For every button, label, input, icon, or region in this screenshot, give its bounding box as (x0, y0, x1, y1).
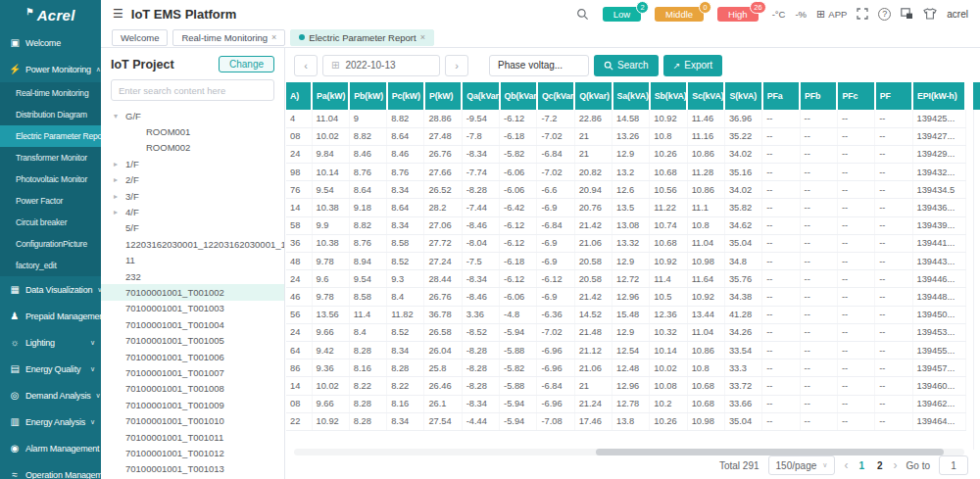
sidebar-item-real-time-monitoring[interactable]: Real-time Monitoring (0, 82, 101, 104)
table-cell: -7.02 (537, 323, 574, 341)
tree-node-4-f[interactable]: ▸4/F (101, 204, 284, 219)
column-header-sb-kva: Sb(kVA) (650, 82, 687, 110)
next-page-button[interactable]: › (894, 458, 898, 472)
tree-node-70100001001-t001002[interactable]: 70100001001_T001002 (101, 284, 284, 300)
menu-toggle-icon[interactable]: ☰ (113, 7, 123, 21)
table-cell: 14.52 (574, 306, 612, 323)
table-cell: 36.78 (424, 306, 462, 323)
page-size-select[interactable]: 150/page ∨ (768, 455, 836, 475)
sidebar-item-lighting[interactable]: ☼Lighting∨ (0, 329, 101, 356)
sidebar-item-power-monitoring[interactable]: ⚡Power Monitoring∧ (0, 56, 101, 82)
sidebar-item-distribution-diagram[interactable]: Distribution Diagram (0, 104, 101, 125)
sidebar-item-electric-parameter-report[interactable]: Electric Parameter Report (0, 125, 101, 147)
table-cell: 11.04 (687, 234, 724, 252)
tab-real-time-monitoring[interactable]: Real-time Monitoring× (172, 29, 285, 46)
tree-node-11[interactable]: 11 (101, 253, 284, 268)
prev-page-button[interactable]: ‹ (844, 458, 848, 472)
tree-node-70100001001-t001008[interactable]: 70100001001_T001008 (101, 381, 284, 397)
badge-label: High (728, 9, 748, 20)
tree-node-70100001001-t001006[interactable]: 70100001001_T001006 (101, 349, 284, 364)
sidebar-item-energy-quality[interactable]: ▤Energy Quality∨ (0, 356, 101, 382)
table-cell: 8.52 (387, 323, 424, 341)
tree-node-70100001001-t001011[interactable]: 70100001001_T001011 (101, 429, 284, 445)
sidebar-item-configurationpicture[interactable]: ConfigurationPicture (0, 233, 101, 255)
sidebar-item-alarm-management[interactable]: ◉Alarm Management∨ (0, 435, 101, 461)
sidebar-item-energy-analysis[interactable]: ▥Energy Analysis∨ (0, 408, 101, 435)
acrel-logo[interactable]: ⚑ Acrel (0, 0, 101, 29)
tree-node-1-f[interactable]: ▸1/F (101, 156, 284, 171)
tree-node-70100001001-t001010[interactable]: 70100001001_T001010 (101, 412, 284, 428)
tab-close-icon[interactable]: × (271, 32, 276, 42)
table-cell: -- (800, 377, 837, 395)
sidebar-item-data-visualization[interactable]: ▦Data Visualization∨ (0, 276, 101, 303)
tree-node-232[interactable]: 232 (101, 268, 284, 284)
table-cell: 139427... (912, 127, 965, 145)
search-button[interactable]: Search (594, 55, 659, 76)
tree-node-70100001001-t001007[interactable]: 70100001001_T001007 (101, 364, 284, 380)
tree-node-3-f[interactable]: ▸3/F (101, 188, 284, 204)
tab-close-icon[interactable]: × (420, 32, 425, 42)
project-tree: ▾G/FROOM001ROOM002▸1/F▸2/F▸3/F▸4/F5/F122… (101, 108, 284, 477)
app-button[interactable]: ⊞ APP (816, 8, 847, 21)
tree-node-70100001001-t001009[interactable]: 70100001001_T001009 (101, 397, 284, 412)
tree-node-70100001001-t001012[interactable]: 70100001001_T001012 (101, 445, 284, 460)
change-project-button[interactable]: Change (219, 56, 274, 72)
tree-node-12203162030001-12203162030001-1[interactable]: 12203162030001_12203162030001_1 (101, 236, 284, 252)
table-cell: 8.82 (349, 127, 386, 145)
column-header-pa-kw: Pa(kW) (312, 82, 349, 110)
sidebar-item-prepaid-management[interactable]: ♟Prepaid Management∨ (0, 303, 101, 329)
goto-page-input[interactable] (939, 455, 968, 475)
help-icon[interactable]: ? (878, 8, 891, 21)
table-cell: 21.06 (574, 359, 612, 377)
tree-node-room001[interactable]: ROOM001 (101, 123, 284, 139)
tree-node-g-f[interactable]: ▾G/F (101, 108, 284, 123)
table-cell: 9.3 (387, 270, 424, 288)
alarm-badge-high[interactable]: High26 (717, 7, 759, 22)
sidebar-item-transformer-monitor[interactable]: Transformer Monitor (0, 147, 101, 168)
username[interactable]: acrel (947, 9, 968, 20)
tree-node-2-f[interactable]: ▸2/F (101, 172, 284, 188)
sidebar-item-welcome[interactable]: ▣Welcome (0, 29, 101, 56)
table-cell: 10.68 (687, 395, 724, 412)
sidebar-item-factory-edit[interactable]: factory_edit (0, 255, 101, 276)
theme-shirt-icon[interactable] (923, 8, 937, 20)
search-icon[interactable] (576, 8, 589, 21)
table-cell: -- (800, 234, 837, 252)
table-cell: 27.66 (424, 164, 462, 181)
sidebar-item-photovoltaic-monitor[interactable]: Photovoltaic Monitor (0, 168, 101, 190)
caret-right-icon: ▸ (114, 208, 122, 216)
tree-node-70100001001-t001013[interactable]: 70100001001_T001013 (101, 461, 284, 477)
date-picker[interactable]: ⊞ 2022-10-13 (322, 55, 440, 76)
table-cell: -- (762, 377, 800, 395)
sidebar-item-operation-management[interactable]: ≈Operation Management (0, 461, 101, 479)
sidebar-item-power-factor[interactable]: Power Factor (0, 190, 101, 212)
tree-node-room002[interactable]: ROOM002 (101, 140, 284, 156)
tree-node-70100001001-t001004[interactable]: 70100001001_T001004 (101, 316, 284, 332)
prev-date-button[interactable]: ‹ (294, 55, 318, 76)
table-cell: -- (762, 216, 800, 234)
page-button-1[interactable]: 1 (857, 460, 866, 471)
alarm-badge-middle[interactable]: Middle0 (655, 7, 704, 22)
export-button[interactable]: ↗ Export (663, 55, 722, 76)
fullscreen-icon[interactable] (857, 8, 868, 20)
tab-electric-parameter-report[interactable]: Electric Parameter Report× (290, 29, 434, 46)
sidebar-item-demand-analysis[interactable]: ◎Demand Analysis∨ (0, 382, 101, 408)
sidebar-item-circuit-breaker[interactable]: Circuit breaker (0, 212, 101, 233)
table-cell: 10.14 (312, 164, 349, 181)
tree-node-label: 5/F (125, 222, 139, 233)
tree-node-70100001001-t001005[interactable]: 70100001001_T001005 (101, 332, 284, 348)
tree-node-70100001001-t001003[interactable]: 70100001001_T001003 (101, 301, 284, 316)
table-cell: 11.4 (650, 270, 687, 288)
table-cell: 98 (286, 164, 312, 181)
next-date-button[interactable]: › (445, 55, 468, 76)
parameter-select[interactable]: Phase voltag... (489, 55, 589, 76)
tree-search-input[interactable] (111, 79, 274, 101)
sidebar-menu: ▣Welcome⚡Power Monitoring∧Real-time Moni… (0, 29, 101, 479)
tree-node-5-f[interactable]: 5/F (101, 220, 284, 236)
tree-node-label: 70100001001_T001006 (125, 352, 224, 362)
tab-welcome[interactable]: Welcome (112, 29, 168, 46)
alarm-badge-low[interactable]: Low2 (603, 7, 641, 22)
page-button-2[interactable]: 2 (875, 460, 885, 471)
screenshot-icon[interactable] (901, 8, 913, 20)
table-row: 249.848.468.4626.76-8.34-5.82-6.842112.9… (286, 145, 965, 163)
